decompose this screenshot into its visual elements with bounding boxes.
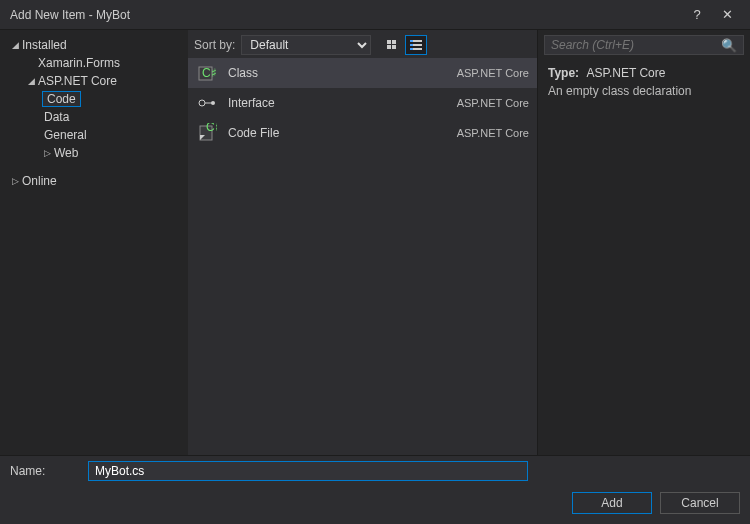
tree-label: Web: [52, 146, 78, 160]
add-button[interactable]: Add: [572, 492, 652, 514]
tree-label: Data: [42, 110, 69, 124]
view-grid-button[interactable]: [381, 35, 403, 55]
view-list-button[interactable]: [405, 35, 427, 55]
cancel-button[interactable]: Cancel: [660, 492, 740, 514]
window-title: Add New Item - MyBot: [8, 8, 682, 22]
tree-label: ASP.NET Core: [36, 74, 117, 88]
tree-label: General: [42, 128, 87, 142]
bottom-panel: Name: Add Cancel: [0, 455, 750, 524]
details-panel: 🔍 Type: ASP.NET Core An empty class decl…: [538, 30, 750, 455]
class-icon: C♯: [196, 62, 218, 84]
template-panel: Sort by: Default C♯ Class ASP.NET Core: [188, 30, 538, 455]
tree-label: Code: [42, 91, 81, 107]
code-file-icon: C♯: [196, 122, 218, 144]
sort-dropdown[interactable]: Default: [241, 35, 371, 55]
svg-point-4: [211, 101, 215, 105]
tree-node-online[interactable]: ▷ Online: [4, 172, 188, 190]
tree-node-web[interactable]: ▷ Web: [4, 144, 188, 162]
type-value: ASP.NET Core: [582, 66, 665, 80]
svg-text:C♯: C♯: [206, 123, 217, 134]
close-button[interactable]: ✕: [712, 7, 742, 22]
tree-node-installed[interactable]: ◢ Installed: [4, 36, 188, 54]
search-box[interactable]: 🔍: [544, 35, 744, 55]
grid-icon: [386, 39, 398, 51]
chevron-down-icon: ◢: [10, 40, 20, 50]
type-description: An empty class declaration: [548, 84, 740, 98]
tree-label: Installed: [20, 38, 67, 52]
chevron-right-icon: ▷: [10, 176, 20, 186]
tree-node-code[interactable]: Code: [4, 90, 188, 108]
search-input[interactable]: [551, 38, 717, 52]
search-bar: 🔍: [538, 30, 750, 58]
template-toolbar: Sort by: Default: [188, 30, 537, 58]
title-bar: Add New Item - MyBot ? ✕: [0, 0, 750, 30]
tree-label: Online: [20, 174, 57, 188]
tree-node-aspnetcore[interactable]: ◢ ASP.NET Core: [4, 72, 188, 90]
chevron-down-icon: ◢: [26, 76, 36, 86]
template-tag: ASP.NET Core: [457, 127, 529, 139]
help-button[interactable]: ?: [682, 7, 712, 22]
tree-label: Xamarin.Forms: [36, 56, 120, 70]
svg-point-2: [199, 100, 205, 106]
sort-label: Sort by:: [194, 38, 235, 52]
template-item-class[interactable]: C♯ Class ASP.NET Core: [188, 58, 537, 88]
tree-node-general[interactable]: General: [4, 126, 188, 144]
name-input[interactable]: [88, 461, 528, 481]
search-icon: 🔍: [717, 38, 737, 53]
template-label: Code File: [228, 126, 447, 140]
list-icon: [410, 40, 422, 50]
template-tag: ASP.NET Core: [457, 97, 529, 109]
chevron-right-icon: ▷: [42, 148, 52, 158]
template-tag: ASP.NET Core: [457, 67, 529, 79]
template-label: Interface: [228, 96, 447, 110]
category-tree: ◢ Installed Xamarin.Forms ◢ ASP.NET Core…: [0, 30, 188, 455]
type-label: Type:: [548, 66, 579, 80]
svg-text:C♯: C♯: [202, 66, 217, 80]
template-label: Class: [228, 66, 447, 80]
main-area: ◢ Installed Xamarin.Forms ◢ ASP.NET Core…: [0, 30, 750, 455]
name-label: Name:: [10, 464, 80, 478]
template-item-interface[interactable]: Interface ASP.NET Core: [188, 88, 537, 118]
tree-node-xamarin[interactable]: Xamarin.Forms: [4, 54, 188, 72]
template-item-codefile[interactable]: C♯ Code File ASP.NET Core: [188, 118, 537, 148]
template-list: C♯ Class ASP.NET Core Interface ASP.NET …: [188, 58, 537, 455]
tree-node-data[interactable]: Data: [4, 108, 188, 126]
interface-icon: [196, 92, 218, 114]
